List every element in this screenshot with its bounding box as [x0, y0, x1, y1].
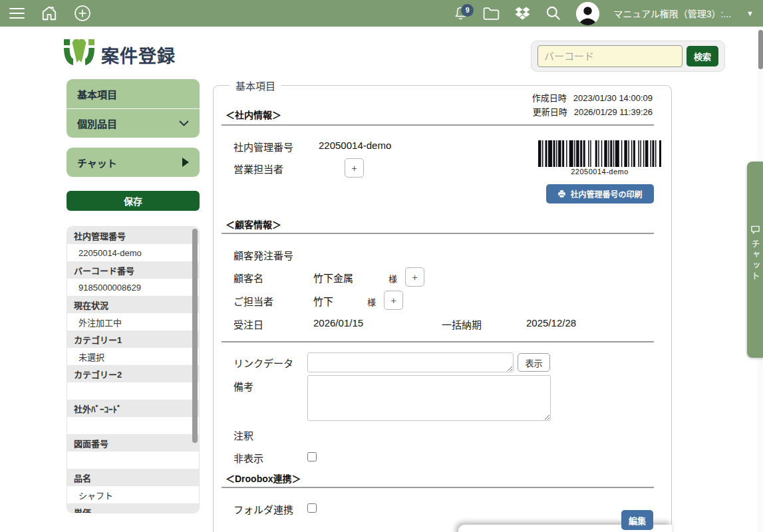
list-value: 9185000008629	[67, 279, 199, 296]
list-header: 社内管理番号	[67, 227, 199, 244]
sidebar-item-basic[interactable]: 基本項目	[67, 79, 200, 108]
created-at-value: 2023/01/30 14:00:09	[573, 91, 653, 105]
honorific-label: 様	[388, 272, 397, 285]
contact-person-value: 竹下	[313, 294, 333, 308]
annotation-label: 注釈	[233, 428, 253, 442]
list-scrollbar-thumb[interactable]	[192, 229, 198, 443]
internal-no-value: 22050014-demo	[319, 140, 391, 151]
customer-name-label: 顧客名	[233, 271, 263, 285]
batch-due-value: 2025/12/28	[526, 317, 576, 329]
remarks-textarea[interactable]	[307, 375, 551, 421]
chat-side-tab[interactable]: チャット	[747, 162, 763, 358]
case-summary-list: 社内管理番号 22050014-demo バーコード番号 91850000086…	[67, 226, 200, 513]
folder-icon[interactable]	[482, 6, 500, 21]
list-value	[67, 382, 199, 400]
add-contact-button[interactable]: +	[384, 291, 403, 310]
sidebar-nav: 基本項目 個別品目	[67, 79, 200, 138]
created-at-label: 作成日時	[532, 91, 567, 105]
list-header: カテゴリー1	[67, 331, 199, 348]
user-avatar[interactable]	[576, 2, 599, 25]
chevron-down-icon	[179, 120, 189, 126]
list-value: 22050014-demo	[67, 244, 199, 261]
divider	[222, 487, 654, 488]
order-date-label: 受注日	[233, 317, 263, 331]
topbar: 9 マニュアル権限（管理3）:... ▼	[0, 0, 763, 27]
chevron-right-icon	[182, 158, 189, 167]
list-header: 品名	[67, 469, 199, 486]
home-icon[interactable]	[41, 5, 58, 22]
basic-items-fieldset: 基本項目 作成日時2023/01/30 14:00:09 更新日時2026/01…	[213, 85, 672, 532]
timestamps: 作成日時2023/01/30 14:00:09 更新日時2026/01/29 1…	[532, 91, 653, 119]
link-data-textarea[interactable]	[307, 352, 514, 372]
divider	[222, 233, 654, 234]
add-customer-button[interactable]: +	[405, 267, 424, 287]
customer-name-value: 竹下金属	[313, 271, 353, 285]
list-value	[67, 417, 199, 434]
app-window: 9 マニュアル権限（管理3）:... ▼ 案件登	[0, 0, 763, 532]
list-value: 外注加工中	[67, 313, 199, 331]
remarks-label: 備考	[233, 379, 253, 393]
sidebar-item-individual[interactable]: 個別品目	[67, 108, 200, 138]
divider	[222, 124, 654, 126]
page-scrollbar-thumb[interactable]	[758, 30, 763, 69]
printer-icon	[557, 190, 566, 198]
fieldset-legend: 基本項目	[229, 78, 281, 92]
order-date-value: 2026/01/15	[313, 317, 363, 329]
print-internal-no-button[interactable]: 社内管理番号の印刷	[546, 184, 654, 203]
add-new-icon[interactable]	[74, 5, 91, 22]
section-internal-info: ＜社内情報＞	[226, 108, 281, 121]
section-customer-info: ＜顧客情報＞	[226, 217, 281, 231]
customer-order-no-label: 顧客発注番号	[233, 248, 293, 262]
show-link-data-button[interactable]: 表示	[518, 353, 550, 372]
barcode-search-input[interactable]	[537, 45, 683, 67]
sidebar-item-chat[interactable]: チャット	[67, 148, 200, 177]
barcode-block: 22050014-demo	[538, 140, 661, 176]
contact-person-label: ご担当者	[233, 294, 273, 308]
list-header: バーコード番号	[67, 261, 199, 279]
notifications-bell-icon[interactable]: 9	[453, 5, 468, 22]
user-role-label[interactable]: マニュアル権限（管理3）:...	[613, 7, 731, 20]
search-icon[interactable]	[545, 5, 562, 22]
menu-icon[interactable]	[9, 5, 25, 22]
list-value: シャフト	[67, 486, 199, 503]
user-menu-caret-icon[interactable]: ▼	[745, 9, 754, 17]
print-internal-no-label: 社内管理番号の印刷	[570, 188, 642, 200]
list-header: 図面番号	[67, 434, 199, 452]
list-header: 社外ﾊﾞｰｺｰﾄﾞ	[67, 400, 199, 417]
notification-badge: 9	[461, 4, 474, 17]
sidebar-item-chat-label: チャット	[77, 156, 117, 170]
add-sales-rep-button[interactable]: +	[345, 158, 364, 178]
updated-at-value: 2026/01/29 11:39:26	[574, 105, 653, 119]
sidebar-item-basic-label: 基本項目	[77, 87, 117, 101]
sales-rep-label: 営業担当者	[233, 162, 283, 176]
list-value	[67, 452, 199, 469]
barcode-search-bar: 検索	[531, 41, 725, 72]
chat-bubble-icon	[750, 225, 760, 235]
dropbox-icon[interactable]	[514, 6, 531, 21]
save-button[interactable]: 保存	[67, 191, 200, 211]
barcode-search-button[interactable]: 検索	[687, 46, 718, 66]
brand-logo	[63, 39, 95, 70]
sidebar-item-individual-label: 個別品目	[77, 116, 117, 130]
section-droobox: ＜Droobox連携＞	[226, 471, 301, 485]
hidden-flag-label: 非表示	[233, 451, 263, 465]
internal-no-label: 社内管理番号	[233, 140, 293, 154]
folder-link-checkbox[interactable]	[307, 503, 317, 513]
barcode-text: 22050014-demo	[538, 168, 661, 176]
honorific-label: 様	[367, 295, 376, 308]
updated-at-label: 更新日時	[533, 105, 567, 119]
chat-side-tab-label: チャット	[749, 239, 762, 282]
list-header: 現在状況	[67, 296, 199, 313]
edit-button[interactable]: 編集	[621, 510, 653, 530]
barcode-image	[538, 140, 661, 167]
list-value: 未選択	[67, 348, 199, 365]
link-data-label: リンクデータ	[233, 356, 293, 370]
hidden-flag-checkbox[interactable]	[307, 452, 317, 462]
list-header: カテゴリー2	[67, 365, 199, 382]
divider	[222, 341, 654, 342]
list-header: 単価	[67, 503, 199, 513]
batch-due-label: 一括納期	[442, 317, 482, 331]
folder-link-label: フォルダ連携	[233, 502, 293, 516]
page-title: 案件登録	[101, 42, 176, 68]
